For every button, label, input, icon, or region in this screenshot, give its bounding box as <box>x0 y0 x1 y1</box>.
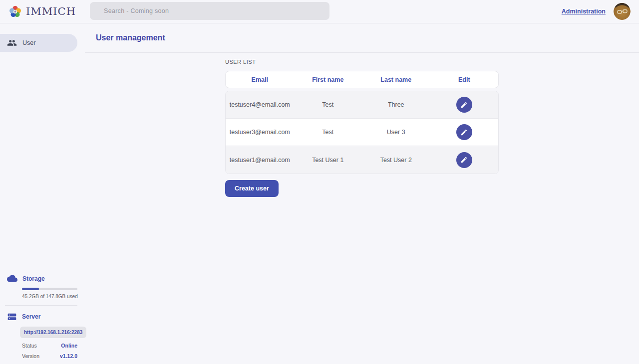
table-row: testuser4@email.com Test Three <box>226 91 498 119</box>
table-row: testuser3@email.com Test User 3 <box>226 119 498 146</box>
content-area: USER LIST Email First name Last name Edi… <box>85 53 639 364</box>
user-first-name: Test <box>294 129 362 136</box>
table-body: testuser4@email.com Test Three <box>225 91 499 174</box>
storage-section: Storage <box>0 273 85 284</box>
storage-used-label: 45.2GB of 147.8GB used <box>22 294 85 299</box>
column-header-edit: Edit <box>430 76 499 83</box>
table-header: Email First name Last name Edit <box>225 71 499 88</box>
search-placeholder: Search - Coming soon <box>104 7 169 14</box>
create-user-button[interactable]: Create user <box>225 180 279 197</box>
user-email: testuser3@email.com <box>226 129 294 136</box>
avatar[interactable] <box>614 3 631 20</box>
storage-progress-fill <box>22 288 39 290</box>
status-value: Online <box>61 343 77 349</box>
user-last-name: Test User 2 <box>362 157 430 164</box>
user-first-name: Test User 1 <box>294 157 362 164</box>
user-last-name: Three <box>362 101 430 108</box>
page-title: User management <box>96 33 165 42</box>
user-list-section: USER LIST Email First name Last name Edi… <box>225 59 499 197</box>
search-input[interactable]: Search - Coming soon <box>90 2 329 20</box>
administration-link[interactable]: Administration <box>562 8 606 15</box>
app-title: IMMICH <box>26 5 76 17</box>
server-status-row: Status Online <box>22 343 77 349</box>
header-right: Administration <box>562 3 631 20</box>
pencil-icon <box>460 129 468 136</box>
cloud-icon <box>7 273 17 284</box>
pencil-icon <box>460 156 468 164</box>
column-header-first-name: First name <box>294 76 362 83</box>
app-logo: IMMICH <box>8 5 76 18</box>
version-value: v1.12.0 <box>60 353 77 359</box>
server-title: Server <box>22 313 40 320</box>
status-label: Status <box>22 343 37 349</box>
body: User Storage 45.2GB of 147.8GB used <box>0 23 639 364</box>
title-bar: User management <box>85 23 639 53</box>
user-email: testuser4@email.com <box>226 101 294 108</box>
edit-user-button[interactable] <box>456 97 472 113</box>
sidebar: User Storage 45.2GB of 147.8GB used <box>0 23 85 364</box>
sidebar-footer: Storage 45.2GB of 147.8GB used Server ht… <box>0 273 85 359</box>
top-header: IMMICH Search - Coming soon Administrati… <box>0 0 639 23</box>
version-label: Version <box>22 353 39 359</box>
server-url-badge: http://192.168.1.216:2283 <box>20 327 86 338</box>
table-row: testuser1@email.com Test User 1 Test Use… <box>226 146 498 174</box>
sidebar-item-user-label: User <box>22 39 35 46</box>
storage-title: Storage <box>22 275 45 282</box>
column-header-last-name: Last name <box>362 76 430 83</box>
storage-progress-bar <box>22 288 77 290</box>
sidebar-divider <box>5 305 77 306</box>
server-icon <box>7 312 17 322</box>
user-last-name: User 3 <box>362 129 430 136</box>
immich-logo-icon <box>8 5 22 18</box>
edit-user-button[interactable] <box>456 152 472 168</box>
column-header-email: Email <box>226 76 294 83</box>
user-first-name: Test <box>294 101 362 108</box>
edit-user-button[interactable] <box>456 124 472 140</box>
user-list-label: USER LIST <box>225 59 499 65</box>
main-panel: User management USER LIST Email First na… <box>85 23 639 364</box>
sidebar-item-user[interactable]: User <box>0 34 77 52</box>
avatar-image <box>614 3 631 20</box>
server-section: Server <box>0 312 85 322</box>
server-version-row: Version v1.12.0 <box>22 353 77 359</box>
pencil-icon <box>460 101 468 109</box>
users-icon <box>7 38 17 48</box>
user-email: testuser1@email.com <box>226 157 294 164</box>
